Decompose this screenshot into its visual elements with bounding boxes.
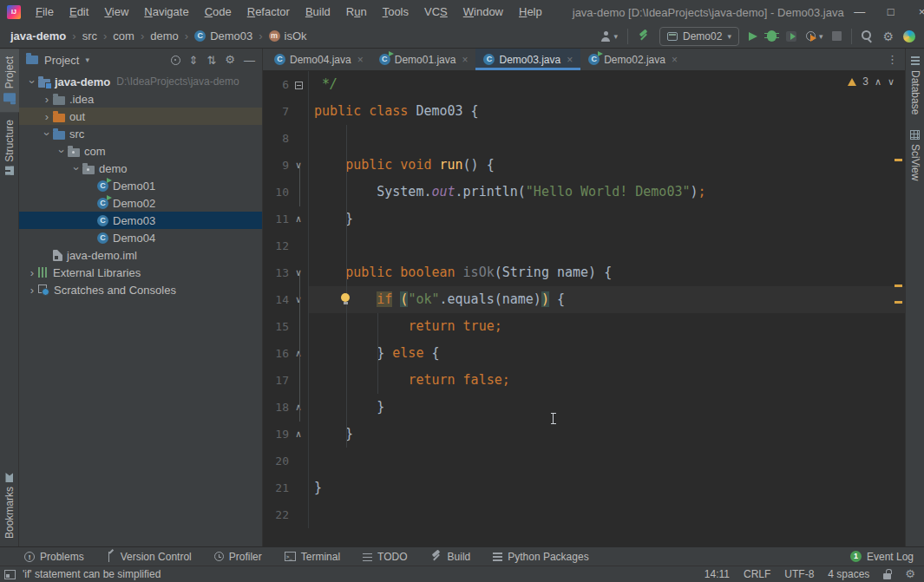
fold-marker-icon[interactable]: ∧ bbox=[289, 340, 308, 367]
breadcrumb-item-isok[interactable]: misOk bbox=[269, 29, 307, 43]
tree-item-demo[interactable]: ›demo bbox=[19, 160, 262, 177]
code-line-8[interactable]: 8 bbox=[263, 125, 905, 152]
inspection-widget[interactable]: 3 ∧ ∨ bbox=[848, 75, 895, 88]
code-line-6[interactable]: 6 */ bbox=[263, 71, 905, 98]
code-text[interactable] bbox=[309, 448, 905, 474]
code-line-11[interactable]: 11∧ } bbox=[263, 206, 905, 232]
code-text[interactable]: } bbox=[309, 474, 905, 501]
locate-file-icon[interactable] bbox=[171, 56, 180, 65]
run-configuration-select[interactable]: Demo02 ▾ bbox=[659, 27, 739, 46]
code-line-7[interactable]: 7public class Demo03 { bbox=[263, 98, 905, 125]
tree-expand-chevron-icon[interactable]: › bbox=[26, 266, 38, 279]
build-hammer-icon[interactable] bbox=[638, 30, 650, 42]
tab-close-icon[interactable]: × bbox=[672, 54, 678, 66]
tool-window-button-sciview[interactable]: SciView bbox=[906, 122, 924, 188]
tool-window-button-todo[interactable]: TODO bbox=[363, 551, 407, 563]
error-stripe-mark[interactable] bbox=[895, 159, 902, 161]
code-line-22[interactable]: 22 bbox=[263, 501, 905, 528]
gutter-line-12[interactable]: 12 bbox=[263, 232, 309, 259]
code-text[interactable]: } else { bbox=[309, 340, 905, 367]
menu-navigate[interactable]: Navigate bbox=[136, 0, 196, 24]
tool-window-button-structure[interactable]: Structure bbox=[0, 112, 19, 183]
status-item-14-11[interactable]: 14:11 bbox=[704, 568, 730, 580]
settings-gear-icon[interactable]: ⚙ bbox=[882, 30, 894, 43]
gutter-line-10[interactable]: 10 bbox=[263, 179, 309, 206]
gutter-line-20[interactable]: 20 bbox=[263, 448, 309, 474]
run-button[interactable] bbox=[749, 32, 757, 41]
hide-panel-icon[interactable]: — bbox=[244, 54, 255, 67]
previous-warning-icon[interactable]: ∧ bbox=[875, 76, 881, 88]
tree-collapse-chevron-icon[interactable]: › bbox=[56, 145, 69, 157]
code-text[interactable]: public boolean isOk(String name) { bbox=[309, 259, 905, 286]
menu-run[interactable]: Run bbox=[338, 0, 375, 24]
status-item-4-spaces[interactable]: 4 spaces bbox=[828, 568, 869, 580]
tree-item-com[interactable]: ›com bbox=[19, 142, 262, 160]
tree-collapse-chevron-icon[interactable]: › bbox=[41, 128, 54, 140]
chevron-down-icon[interactable]: ▾ bbox=[85, 56, 89, 64]
menu-window[interactable]: Window bbox=[455, 0, 511, 24]
fold-marker-icon[interactable]: ∨ bbox=[289, 286, 308, 313]
error-stripe-mark[interactable] bbox=[895, 301, 902, 304]
code-line-12[interactable]: 12 bbox=[263, 232, 905, 259]
code-text[interactable]: return false; bbox=[309, 367, 905, 394]
menu-build[interactable]: Build bbox=[298, 0, 338, 24]
tool-window-button-python-packages[interactable]: Python Packages bbox=[493, 551, 588, 563]
close-button[interactable]: × bbox=[907, 0, 924, 24]
inspections-hector-icon[interactable]: ⚙ bbox=[905, 568, 915, 580]
fold-marker-icon[interactable]: ∨ bbox=[289, 259, 308, 286]
code-text[interactable]: if ("ok".equals(name)) { bbox=[309, 286, 905, 313]
tool-window-button-profiler[interactable]: Profiler bbox=[214, 551, 262, 563]
tree-item-scratches-and-consoles[interactable]: ›Scratches and Consoles bbox=[19, 281, 262, 298]
gutter-line-16[interactable]: 16∧ bbox=[263, 340, 309, 367]
unlock-icon[interactable] bbox=[883, 573, 891, 579]
tab-demo02-java[interactable]: CDemo02.java× bbox=[580, 49, 685, 70]
intention-bulb-icon[interactable] bbox=[341, 293, 350, 302]
code-text[interactable]: System.out.println("Hello World! Demo03"… bbox=[309, 179, 905, 206]
menu-refactor[interactable]: Refactor bbox=[239, 0, 298, 24]
debug-button[interactable] bbox=[767, 30, 777, 42]
breadcrumb-item-demo[interactable]: demo bbox=[150, 29, 179, 43]
code-line-9[interactable]: 9∨ public void run() { bbox=[263, 152, 905, 179]
panel-settings-gear-icon[interactable]: ⚙ bbox=[225, 54, 235, 66]
gutter-line-11[interactable]: 11∧ bbox=[263, 206, 309, 232]
gutter-line-7[interactable]: 7 bbox=[263, 98, 309, 125]
tree-item-external-libraries[interactable]: ›External Libraries bbox=[19, 264, 262, 281]
code-text[interactable]: } bbox=[309, 394, 905, 421]
code-line-13[interactable]: 13∨ public boolean isOk(String name) { bbox=[263, 259, 905, 286]
tree-item-demo02[interactable]: CDemo02 bbox=[19, 194, 262, 212]
user-menu-button[interactable]: ▾ bbox=[600, 31, 618, 42]
tree-item-out[interactable]: ›out bbox=[19, 108, 262, 125]
tool-window-button-database[interactable]: Database bbox=[906, 49, 924, 122]
gutter-line-14[interactable]: 14∨ bbox=[263, 286, 309, 313]
code-line-20[interactable]: 20 bbox=[263, 448, 905, 474]
tree-item-idea[interactable]: ›.idea bbox=[19, 90, 262, 108]
maximize-button[interactable]: □ bbox=[875, 0, 907, 24]
tree-item-src[interactable]: ›src bbox=[19, 125, 262, 142]
gutter-line-21[interactable]: 21 bbox=[263, 474, 309, 501]
gutter-line-22[interactable]: 22 bbox=[263, 501, 309, 528]
profiler-button[interactable]: ▾ bbox=[806, 31, 823, 41]
tool-window-switcher-icon[interactable] bbox=[4, 570, 16, 579]
code-text[interactable]: */ bbox=[309, 71, 905, 98]
tree-item-demo03[interactable]: CDemo03 bbox=[19, 212, 262, 229]
gutter-line-9[interactable]: 9∨ bbox=[263, 152, 309, 179]
code-text[interactable]: public void run() { bbox=[309, 152, 905, 179]
tool-window-button-terminal[interactable]: >_Terminal bbox=[285, 551, 340, 563]
fold-marker-icon[interactable]: ∨ bbox=[289, 152, 308, 179]
code-line-19[interactable]: 19∧ } bbox=[263, 421, 905, 448]
tree-item-demo04[interactable]: CDemo04 bbox=[19, 229, 262, 246]
menu-vcs[interactable]: VCS bbox=[416, 0, 455, 24]
tree-item-java-demo[interactable]: ›java-demoD:\IdeaProjects\java-demo bbox=[19, 73, 262, 90]
code-text[interactable]: return true; bbox=[309, 313, 905, 340]
code-line-15[interactable]: 15 return true; bbox=[263, 313, 905, 340]
fold-marker-icon[interactable]: ∧ bbox=[289, 394, 308, 421]
status-item-crlf[interactable]: CRLF bbox=[744, 568, 770, 580]
tab-close-icon[interactable]: × bbox=[462, 54, 468, 66]
code-text[interactable]: } bbox=[309, 206, 905, 232]
breadcrumb-item-src[interactable]: src bbox=[82, 29, 97, 43]
tab-demo03-java[interactable]: CDemo03.java× bbox=[475, 49, 580, 70]
menu-tools[interactable]: Tools bbox=[375, 0, 416, 24]
menu-help[interactable]: Help bbox=[511, 0, 550, 24]
tool-window-button-version-control[interactable]: Version Control bbox=[107, 551, 192, 563]
code-text[interactable]: } bbox=[309, 421, 905, 448]
